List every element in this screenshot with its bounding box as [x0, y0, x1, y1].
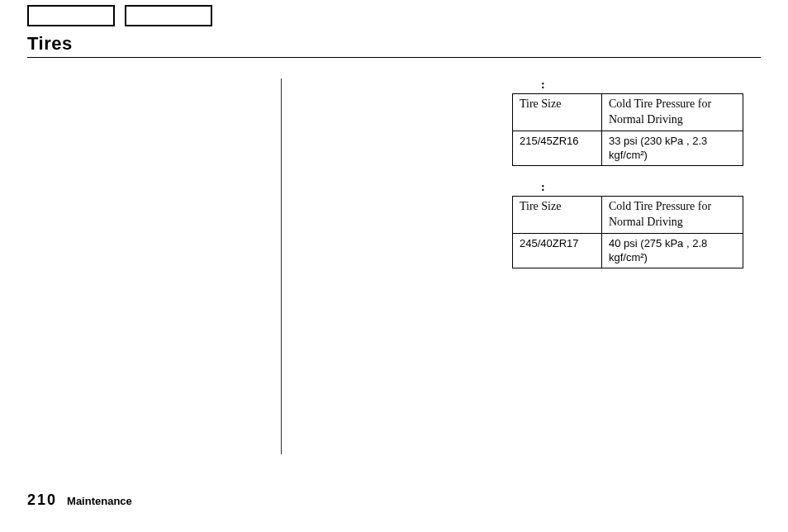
- header-pressure: Cold Tire Pressure for Normal Driving: [602, 94, 743, 131]
- table-row: Tire Size Cold Tire Pressure for Normal …: [513, 94, 743, 131]
- table-row: 245/40ZR17 40 psi (275 kPa , 2.8 kgf/cm²…: [513, 233, 743, 268]
- page-number: 210: [27, 492, 57, 509]
- tire-table-2: Tire Size Cold Tire Pressure for Normal …: [512, 196, 743, 268]
- header-boxes: [27, 5, 212, 26]
- table-row: Tire Size Cold Tire Pressure for Normal …: [513, 196, 743, 233]
- cell-pressure: 40 psi (275 kPa , 2.8 kgf/cm²): [602, 233, 743, 268]
- cell-tire-size: 215/45ZR16: [513, 131, 602, 165]
- header-tire-size: Tire Size: [513, 94, 602, 131]
- table-row: 215/45ZR16 33 psi (230 kPa , 2.3 kgf/cm²…: [513, 131, 743, 165]
- cell-tire-size: 245/40ZR17: [513, 233, 602, 268]
- header-box-2: [125, 5, 212, 26]
- column-divider: [281, 78, 282, 454]
- tire-pressure-tables: : Tire Size Cold Tire Pressure for Norma…: [512, 78, 760, 283]
- header-box-1: [27, 5, 115, 26]
- table-1-label: :: [512, 78, 760, 92]
- header-tire-size: Tire Size: [513, 196, 602, 233]
- page-title: Tires: [27, 33, 73, 55]
- table-2-label: :: [512, 181, 760, 194]
- tire-table-1: Tire Size Cold Tire Pressure for Normal …: [512, 93, 743, 166]
- title-rule: [27, 57, 761, 58]
- header-pressure: Cold Tire Pressure for Normal Driving: [602, 196, 743, 233]
- cell-pressure: 33 psi (230 kPa , 2.3 kgf/cm²): [602, 131, 743, 165]
- page-footer: 210 Maintenance: [27, 492, 132, 509]
- section-name: Maintenance: [67, 495, 132, 507]
